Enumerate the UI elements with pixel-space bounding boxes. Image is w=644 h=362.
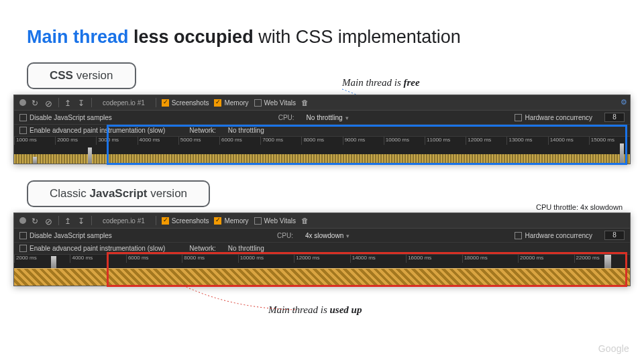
- checkbox-paint-instr[interactable]: Enable advanced paint instrumentation (s…: [19, 127, 165, 134]
- checkbox-memory[interactable]: Memory: [214, 99, 248, 107]
- timeline-tick-label: 18000 ms: [464, 255, 488, 261]
- hw-concurrency-input[interactable]: 8: [604, 113, 625, 122]
- throttle-note-2: CPU throttle: 4x slowdown: [536, 203, 623, 211]
- timeline-tick-label: 12000 ms: [468, 137, 491, 143]
- checkbox-paint-instr[interactable]: Enable advanced paint instrumentation (s…: [19, 245, 165, 252]
- annotation-usedup: Main thread is used up: [268, 304, 362, 316]
- load-profile-icon[interactable]: [64, 217, 72, 225]
- timeline-tick-label: 16000 ms: [408, 255, 431, 261]
- save-profile-icon[interactable]: [78, 99, 86, 107]
- timeline-tick-label: 8000 ms: [303, 137, 324, 143]
- timeline-tick-label: 4000 ms: [72, 255, 93, 261]
- main-thread-activity-high: [14, 268, 630, 286]
- checkbox-screenshots[interactable]: Screenshots: [162, 217, 209, 225]
- timeline-tick-label: 1000 ms: [16, 137, 37, 143]
- devtools-options-row-2: Enable advanced paint instrumentation (s…: [14, 243, 630, 255]
- timeline-tick-label: 14000 ms: [352, 255, 376, 261]
- timeline-tick-label: 10000 ms: [240, 255, 264, 261]
- network-throttle-select[interactable]: No throttling: [228, 127, 264, 134]
- activity-spike: [51, 256, 56, 268]
- trash-icon[interactable]: [301, 217, 309, 225]
- checkbox-screenshots[interactable]: Screenshots: [162, 99, 209, 107]
- timeline-tick-label: 11000 ms: [427, 137, 450, 143]
- timeline-tick-label: 5000 ms: [180, 137, 201, 143]
- activity-spike: [88, 147, 92, 164]
- save-profile-icon[interactable]: [78, 217, 86, 225]
- timeline-tick-label: 2000 ms: [57, 137, 78, 143]
- timeline-tick-label: 6000 ms: [221, 137, 242, 143]
- activity-spike: [604, 255, 611, 268]
- reload-icon[interactable]: [32, 217, 40, 225]
- trash-icon[interactable]: [301, 99, 309, 107]
- checkbox-disable-js[interactable]: Disable JavaScript samples: [19, 232, 112, 239]
- timeline-tick-label: 10000 ms: [386, 137, 409, 143]
- timeline-tick-label: 7000 ms: [262, 137, 283, 143]
- checkbox-webvitals[interactable]: Web Vitals: [254, 217, 296, 225]
- devtools-panel-js: codepen.io #1 Screenshots Memory Web Vit…: [13, 213, 631, 286]
- devtools-options-row-2: Enable advanced paint instrumentation (s…: [14, 125, 630, 137]
- timeline-tick-label: 13000 ms: [508, 137, 532, 143]
- checkbox-webvitals[interactable]: Web Vitals: [254, 99, 296, 107]
- timeline-tick-label: 6000 ms: [128, 255, 149, 261]
- timeline-tick-label: 4000 ms: [140, 137, 160, 143]
- timeline-tick-label: 14000 ms: [550, 137, 574, 143]
- timeline-tick-label: 2000 ms: [16, 255, 37, 261]
- load-profile-icon[interactable]: [64, 99, 72, 107]
- checkbox-hw-concurrency[interactable]: Hardware concurrency: [515, 232, 592, 239]
- timeline-overview[interactable]: 2000 ms4000 ms6000 ms8000 ms10000 ms1200…: [14, 255, 630, 286]
- timeline-tick-label: 9000 ms: [345, 137, 366, 143]
- cpu-throttle-select[interactable]: 4x slowdown: [305, 232, 350, 239]
- timeline-tick-label: 12000 ms: [296, 255, 319, 261]
- checkbox-memory[interactable]: Memory: [214, 217, 248, 225]
- timeline-overview[interactable]: 1000 ms2000 ms3000 ms4000 ms5000 ms6000 …: [14, 137, 630, 164]
- title-bold: less occupied: [133, 27, 254, 47]
- devtools-panel-css: ⚙ codepen.io #1 Screenshots Memory Web V…: [13, 95, 631, 164]
- devtools-toolbar: codepen.io #1 Screenshots Memory Web Vit…: [14, 213, 630, 229]
- network-throttle-select[interactable]: No throttling: [228, 245, 264, 252]
- title-highlight: Main thread: [27, 27, 129, 47]
- cpu-throttle-select[interactable]: No throttling: [307, 114, 349, 121]
- timeline-tick-label: 8000 ms: [184, 255, 205, 261]
- devtools-options-row-1: Disable JavaScript samples CPU: 4x slowd…: [14, 229, 630, 243]
- activity-spike: [620, 143, 624, 164]
- main-thread-activity-low: [14, 154, 630, 164]
- title-rest: with CSS implementation: [258, 27, 461, 47]
- checkbox-disable-js[interactable]: Disable JavaScript samples: [19, 114, 112, 121]
- version-label-js: Classic JavaScript version: [27, 180, 210, 207]
- version-label-css: CSS version: [27, 62, 136, 89]
- slide-title: Main thread less occupied with CSS imple…: [0, 0, 644, 54]
- timeline-tick-label: 15000 ms: [591, 137, 614, 143]
- google-watermark: Google: [598, 343, 629, 354]
- clear-icon[interactable]: [45, 99, 53, 107]
- reload-icon[interactable]: [32, 99, 40, 107]
- devtools-options-row-1: Disable JavaScript samples CPU: No throt…: [14, 111, 630, 125]
- hw-concurrency-input[interactable]: 8: [604, 231, 625, 240]
- timeline-tick-label: 3000 ms: [98, 137, 119, 143]
- timeline-tick-label: 22000 ms: [576, 255, 600, 261]
- clear-icon[interactable]: [45, 217, 53, 225]
- recording-tab[interactable]: codepen.io #1: [97, 217, 150, 225]
- checkbox-hw-concurrency[interactable]: Hardware concurrency: [515, 114, 592, 121]
- timeline-tick-label: 20000 ms: [520, 255, 543, 261]
- annotation-free: Main thread is free: [342, 77, 420, 88]
- recording-tab[interactable]: codepen.io #1: [97, 99, 150, 107]
- record-icon[interactable]: [19, 217, 26, 224]
- activity-spike: [33, 157, 37, 164]
- gear-icon[interactable]: ⚙: [621, 98, 627, 107]
- devtools-toolbar: codepen.io #1 Screenshots Memory Web Vit…: [14, 95, 630, 111]
- record-icon[interactable]: [19, 99, 26, 106]
